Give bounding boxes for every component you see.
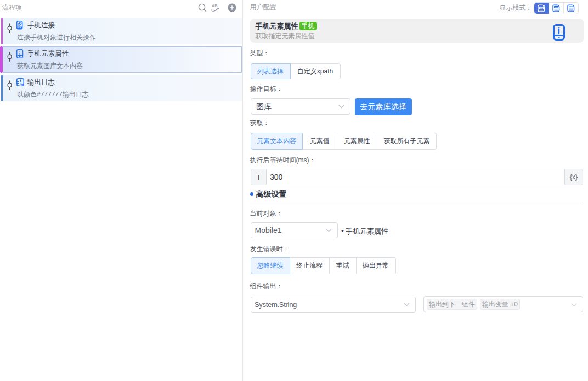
- svg-text:C: C: [211, 8, 214, 13]
